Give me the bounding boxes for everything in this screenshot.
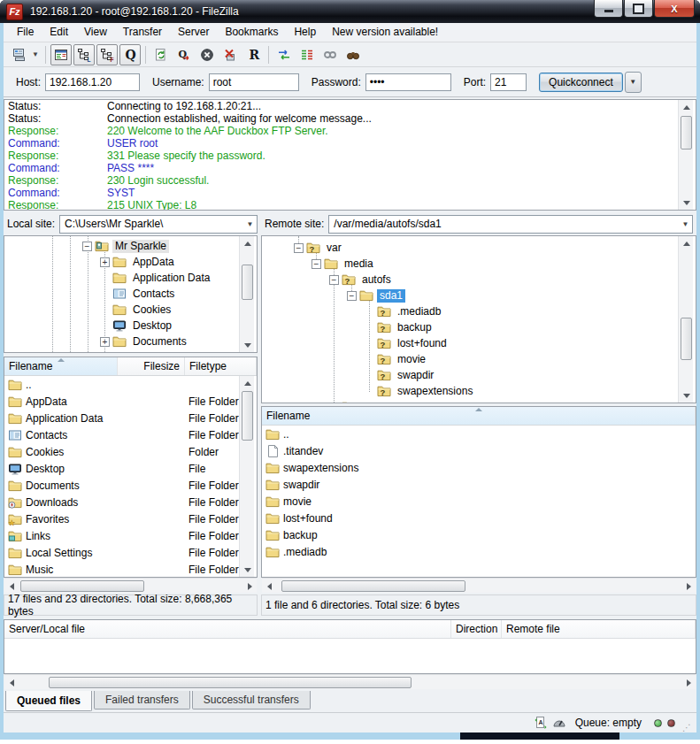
password-input[interactable] <box>365 73 451 91</box>
file-row--titandev[interactable]: .titandev <box>262 442 696 459</box>
process-queue-button[interactable]: Q <box>173 44 195 65</box>
menu-transfer[interactable]: Transfer <box>115 23 170 42</box>
directory-comparison-button[interactable] <box>273 44 295 65</box>
queue-column-server-local-file[interactable]: Server/Local file <box>4 620 451 638</box>
file-row-lost-found[interactable]: lost+found <box>262 510 696 526</box>
scrollbar-thumb[interactable] <box>281 580 465 592</box>
username-input[interactable] <box>209 73 299 91</box>
expand-icon[interactable]: + <box>100 353 110 354</box>
scrollbar-thumb[interactable] <box>681 318 692 360</box>
column-header-filename[interactable]: Filename <box>4 357 118 375</box>
expand-icon[interactable]: + <box>100 257 110 267</box>
directory-listing-button[interactable] <box>296 44 318 65</box>
file-row--[interactable]: .. <box>4 376 257 393</box>
file-row-cookies[interactable]: CookiesFolder <box>4 443 257 460</box>
synchronized-browsing-button[interactable] <box>319 44 341 65</box>
disconnect-button[interactable] <box>219 44 241 65</box>
menu-view[interactable]: View <box>76 23 115 42</box>
remote-tree-scrollbar[interactable] <box>678 236 693 403</box>
tree-item-appdata[interactable]: +AppData <box>4 254 257 270</box>
queue-hscrollbar[interactable] <box>4 674 696 689</box>
toggle-log-button[interactable] <box>50 44 72 65</box>
tree-item-application-data[interactable]: Application Data <box>4 270 257 286</box>
collapse-icon[interactable]: − <box>347 291 357 301</box>
quickconnect-dropdown-button[interactable]: ▼ <box>625 72 642 93</box>
scrollbar-thumb[interactable] <box>242 391 253 441</box>
tree-item-var[interactable]: −?var <box>262 240 696 256</box>
collapse-icon[interactable]: − <box>329 275 339 285</box>
tree-item-sda1[interactable]: −sda1 <box>262 288 696 303</box>
expand-icon[interactable]: + <box>100 337 110 347</box>
column-header-filename[interactable]: Filename <box>262 407 696 425</box>
minimize-button[interactable] <box>594 0 623 18</box>
local-tree-pane[interactable]: −Mr Sparkle+AppDataApplication DataConta… <box>4 235 258 353</box>
local-list-hscrollbar[interactable] <box>4 578 257 593</box>
toggle-queue-button[interactable]: Q <box>119 44 141 65</box>
menu-help[interactable]: Help <box>286 23 324 42</box>
tab-successful-transfers[interactable]: Successful transfers <box>192 691 311 709</box>
transfer-queue-panel[interactable]: Server/Local fileDirectionRemote file <box>4 619 696 674</box>
queue-column-direction[interactable]: Direction <box>451 620 502 638</box>
local-site-combobox[interactable]: C:\Users\Mr Sparkle\ ▼ <box>59 215 258 234</box>
reconnect-button[interactable]: R <box>242 44 264 65</box>
tab-queued-files[interactable]: Queued files <box>5 691 92 711</box>
file-row-backup[interactable]: backup <box>262 526 696 543</box>
tree-item-autofs[interactable]: −?autofs <box>262 272 696 288</box>
local-list-scrollbar[interactable] <box>239 376 254 577</box>
chevron-down-icon[interactable]: ▼ <box>32 50 39 58</box>
tree-item-swapextensions[interactable]: ?swapextensions <box>262 383 696 399</box>
file-row-swapdir[interactable]: swapdir <box>262 476 696 493</box>
tree-item-contacts[interactable]: Contacts <box>4 286 257 302</box>
column-header-filesize[interactable]: Filesize <box>118 357 185 375</box>
tree-item--mediadb[interactable]: ?.mediadb <box>262 303 696 319</box>
port-input[interactable] <box>490 73 527 91</box>
title-bar[interactable]: Fz 192.168.1.20 - root@192.168.1.20 - Fi… <box>0 0 700 23</box>
tree-item-desktop[interactable]: Desktop <box>4 318 257 334</box>
remote-site-combobox[interactable]: /var/media/autofs/sda1 ▼ <box>328 215 693 234</box>
file-row--mediadb[interactable]: .mediadb <box>262 543 696 560</box>
cancel-button[interactable] <box>196 44 218 65</box>
local-tree-scrollbar[interactable] <box>239 236 254 352</box>
chevron-down-icon[interactable]: ▼ <box>679 216 692 233</box>
close-button[interactable]: X <box>654 0 695 18</box>
menu-edit[interactable]: Edit <box>42 23 76 42</box>
file-row-documents[interactable]: DocumentsFile Folder <box>4 477 257 494</box>
collapse-icon[interactable]: − <box>82 242 92 251</box>
tree-item-cookies[interactable]: Cookies <box>4 302 257 318</box>
toggle-remote-tree-button[interactable]: F <box>96 44 118 65</box>
file-row-appdata[interactable]: AppDataFile Folder <box>4 393 257 410</box>
local-file-list[interactable]: FilenameFilesizeFiletype ..AppDataFile F… <box>4 357 258 578</box>
menu-server[interactable]: Server <box>170 23 217 42</box>
scrollbar-thumb[interactable] <box>681 116 692 150</box>
message-log-scrollbar[interactable] <box>678 100 693 210</box>
menu-new-version-available[interactable]: New version available! <box>324 23 446 42</box>
file-row-downloads[interactable]: DownloadsFile Folder <box>4 494 257 510</box>
file-row-desktop[interactable]: DesktopFile <box>4 460 257 477</box>
file-row-application-data[interactable]: Application DataFile Folder <box>4 410 257 426</box>
tree-item-downloads[interactable]: +Downloads <box>4 349 257 353</box>
chevron-down-icon[interactable]: ▼ <box>243 216 257 233</box>
toggle-local-tree-button[interactable]: L <box>73 44 95 65</box>
scrollbar-thumb[interactable] <box>20 580 144 592</box>
file-row-favorites[interactable]: ★FavoritesFile Folder <box>4 510 257 527</box>
tree-item-swapdir[interactable]: ?swapdir <box>262 367 696 383</box>
remote-file-list[interactable]: Filename ...titandevswapextensionsswapdi… <box>261 406 696 578</box>
column-header-filetype[interactable]: Filetype <box>185 357 257 375</box>
remote-tree-pane[interactable]: −?var−media−?autofs−sda1?.mediadb?backup… <box>261 235 696 403</box>
queue-column-remote-file[interactable]: Remote file <box>502 620 696 638</box>
tree-item-lost-found[interactable]: ?lost+found <box>262 335 696 351</box>
tree-item-media[interactable]: −media <box>262 256 696 272</box>
menu-file[interactable]: File <box>9 23 42 42</box>
scrollbar-thumb[interactable] <box>49 677 412 688</box>
tree-item-backup[interactable]: ?backup <box>262 319 696 335</box>
tree-item-movie[interactable]: ?movie <box>262 351 696 367</box>
quickconnect-button[interactable]: Quickconnect <box>539 73 623 92</box>
resize-grip[interactable]: ⋰ <box>682 724 691 732</box>
file-row-movie[interactable]: movie <box>262 493 696 510</box>
message-log[interactable]: Status:Connecting to 192.168.1.20:21...S… <box>4 99 696 211</box>
remote-list-hscrollbar[interactable] <box>262 578 696 593</box>
file-row-links[interactable]: LinksFile Folder <box>4 527 257 544</box>
collapse-icon[interactable]: − <box>294 243 304 253</box>
file-row--[interactable]: .. <box>262 426 696 442</box>
tree-item-documents[interactable]: +Documents <box>4 334 257 349</box>
